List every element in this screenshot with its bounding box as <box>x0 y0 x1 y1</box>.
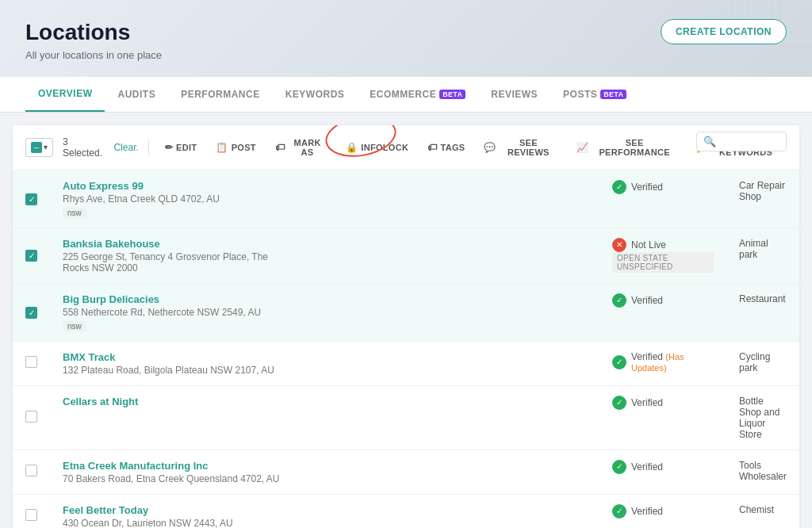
tab-audits[interactable]: AUDITS <box>105 77 168 112</box>
edit-button[interactable]: ✏ EDIT <box>159 139 204 156</box>
page-subtitle: All your locations in one place <box>25 49 787 61</box>
status-cell: ✓ Verified <box>599 170 726 228</box>
location-info-cell: Banksia Bakehouse 225 George St, Tenancy… <box>50 228 304 283</box>
category-cell: Bottle Shop and Liquor Store <box>726 385 799 450</box>
create-location-button[interactable]: CREATE LOCATION <box>661 19 787 44</box>
divider <box>148 140 149 155</box>
status-label: Verified <box>631 506 663 517</box>
row-checkbox[interactable]: ✓ <box>25 250 37 262</box>
status-verified: ✓ Verified <box>612 180 714 194</box>
row-checkbox[interactable]: ✓ <box>25 193 37 205</box>
post-button[interactable]: 📋 POST <box>209 139 262 156</box>
nav-tabs: OVERVIEW AUDITS PERFORMANCE KEYWORDS ECO… <box>0 77 812 113</box>
location-name[interactable]: Cellars at Night <box>63 396 291 407</box>
category-cell: Tools Wholesaler <box>726 450 799 494</box>
status-label: Verified <box>631 397 663 408</box>
table-row: Cellars at Night ✓ Verified Bottle Shop … <box>13 385 799 450</box>
location-name[interactable]: Auto Express 99 <box>63 180 291 192</box>
tab-ecommerce[interactable]: ECOMMERCE BETA <box>357 77 478 112</box>
verified-icon: ✓ <box>612 460 626 474</box>
clear-selection-link[interactable]: Clear. <box>113 142 138 153</box>
status-cell: ✓ Verified <box>599 450 726 494</box>
status-label: Verified <box>631 295 663 306</box>
search-icon: 🔍 <box>703 136 716 147</box>
select-all-checkbox-icon: – <box>31 142 42 153</box>
row-checkbox-cell[interactable] <box>13 385 50 450</box>
location-address: Rhys Ave, Etna Creek QLD 4702, AU <box>63 193 291 205</box>
category-cell: Car Repair Shop <box>726 170 799 228</box>
row-checkbox[interactable] <box>25 465 37 476</box>
status-cell: ✓ Verified <box>599 283 726 341</box>
status-cell: ✓ Verified (Has Updates) <box>599 341 726 385</box>
category-cell: Restaurant <box>726 283 799 341</box>
status-label: Verified <box>631 461 663 473</box>
tab-keywords[interactable]: KEYWORDS <box>273 77 358 112</box>
tab-posts[interactable]: POSTS BETA <box>550 77 639 112</box>
row-checkbox-cell[interactable] <box>13 450 50 494</box>
search-box[interactable]: 🔍 <box>696 132 787 151</box>
mark-as-button[interactable]: 🏷 MARK AS <box>269 135 333 160</box>
row-checkbox-cell[interactable]: ✓ <box>13 283 50 341</box>
row-checkbox[interactable] <box>25 509 37 521</box>
location-name[interactable]: Banksia Bakehouse <box>63 238 291 250</box>
verified-icon: ✓ <box>612 504 626 518</box>
search-input[interactable] <box>716 136 779 147</box>
tags-button[interactable]: 🏷 TAGS <box>421 139 471 156</box>
location-info-cell: Big Burp Delicacies 558 Nethercote Rd, N… <box>50 283 304 341</box>
infolock-button[interactable]: 🔒 INFOLOCK <box>339 139 415 156</box>
table-row: Feel Better Today 430 Ocean Dr, Laurieto… <box>13 494 799 528</box>
tab-reviews[interactable]: REVIEWS <box>478 77 550 112</box>
status-cell: ✕ Not Live OPEN STATE UNSPECIFIED <box>599 228 726 283</box>
not-live-icon: ✕ <box>612 238 626 252</box>
table-row: ✓ Big Burp Delicacies 558 Nethercote Rd,… <box>13 283 799 341</box>
post-icon: 📋 <box>216 142 228 153</box>
location-address: 70 Bakers Road, Etna Creek Queensland 47… <box>63 473 291 484</box>
location-tag: nsw <box>63 321 86 331</box>
location-name[interactable]: Feel Better Today <box>63 504 291 516</box>
row-checkbox-cell[interactable]: ✓ <box>13 228 50 283</box>
location-name[interactable]: BMX Track <box>63 351 291 363</box>
row-checkbox-cell[interactable] <box>13 341 50 385</box>
status-label: Verified <box>631 182 663 193</box>
location-name[interactable]: Etna Creek Manufacturing Inc <box>63 460 291 472</box>
row-checkbox[interactable]: ✓ <box>25 307 37 319</box>
edit-icon: ✏ <box>165 142 173 153</box>
row-checkbox-cell[interactable] <box>13 494 50 528</box>
tab-performance[interactable]: PERFORMANCE <box>168 77 273 112</box>
status-not-live: ✕ Not Live <box>612 238 714 252</box>
tags-icon: 🏷 <box>427 142 437 153</box>
table-row: ✓ Banksia Bakehouse 225 George St, Tenan… <box>13 228 799 283</box>
main-content: – ▾ 3 Selected. Clear. ✏ EDIT 📋 POST 🏷 M… <box>13 125 799 528</box>
select-all-button[interactable]: – ▾ <box>25 138 53 157</box>
row-checkbox[interactable] <box>25 356 37 368</box>
location-info-cell: Cellars at Night <box>50 385 304 450</box>
table-row: BMX Track 132 Plateau Road, Bilgola Plat… <box>13 341 799 385</box>
location-tag: nsw <box>63 208 86 218</box>
see-performance-button[interactable]: 📈 SEE PERFORMANCE <box>570 135 684 160</box>
table-row: Etna Creek Manufacturing Inc 70 Bakers R… <box>13 450 799 494</box>
page-header: Locations All your locations in one plac… <box>0 0 812 77</box>
performance-icon: 📈 <box>576 142 588 153</box>
row-checkbox-cell[interactable]: ✓ <box>13 170 50 228</box>
location-name[interactable]: Big Burp Delicacies <box>63 293 291 305</box>
status-verified: ✓ Verified <box>612 396 714 410</box>
tab-overview[interactable]: OVERVIEW <box>25 77 105 112</box>
verified-icon: ✓ <box>612 293 626 308</box>
location-address: 558 Nethercote Rd, Nethercote NSW 2549, … <box>63 307 291 318</box>
location-address: 132 Plateau Road, Bilgola Plateau NSW 21… <box>63 365 291 376</box>
see-reviews-button[interactable]: 💬 SEE REVIEWS <box>477 135 564 160</box>
verified-icon: ✓ <box>612 355 626 369</box>
toolbar: – ▾ 3 Selected. Clear. ✏ EDIT 📋 POST 🏷 M… <box>13 125 799 170</box>
has-updates-label: (Has Updates) <box>631 352 684 373</box>
status-verified-updates: ✓ Verified (Has Updates) <box>612 351 714 373</box>
row-checkbox[interactable] <box>25 411 37 423</box>
status-verified: ✓ Verified <box>612 293 714 308</box>
locations-table: ✓ Auto Express 99 Rhys Ave, Etna Creek Q… <box>13 170 799 528</box>
reviews-icon: 💬 <box>484 142 496 153</box>
location-info-cell: Etna Creek Manufacturing Inc 70 Bakers R… <box>50 450 304 494</box>
location-address: 430 Ocean Dr, Laurieton NSW 2443, AU <box>63 518 291 528</box>
status-cell: ✓ Verified <box>599 385 726 450</box>
open-state-badge: OPEN STATE UNSPECIFIED <box>612 252 714 273</box>
location-info-cell: Auto Express 99 Rhys Ave, Etna Creek QLD… <box>50 170 304 228</box>
status-cell: ✓ Verified <box>599 494 726 528</box>
